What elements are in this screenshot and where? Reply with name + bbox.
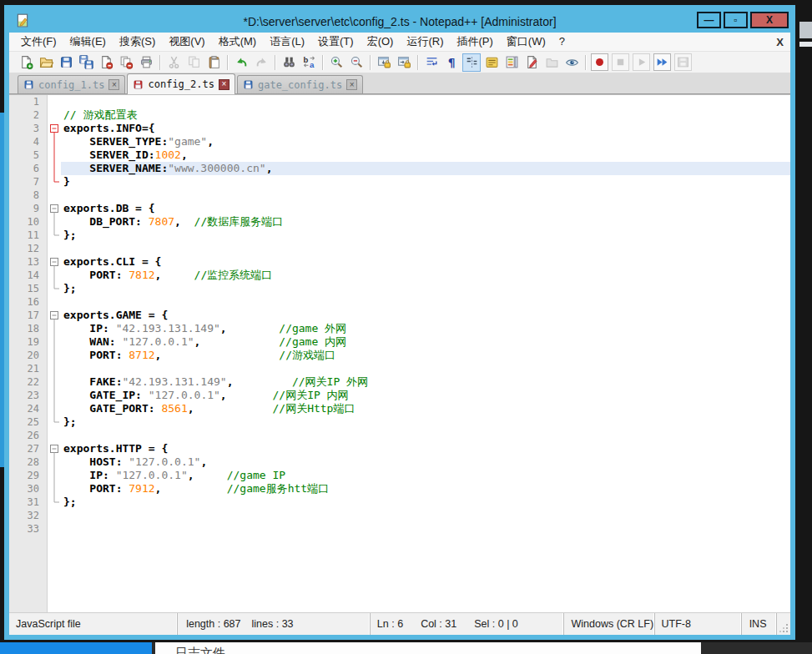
code-line-31[interactable]: }; <box>61 496 790 509</box>
document-monitor-icon[interactable] <box>562 53 581 72</box>
line-number[interactable]: 21 <box>9 362 47 375</box>
new-file-icon[interactable] <box>17 53 35 72</box>
line-number[interactable]: 10 <box>9 215 47 229</box>
status-eol-format[interactable]: Windows (CR LF) <box>563 613 653 635</box>
folder-as-workspace-icon[interactable] <box>542 53 561 72</box>
sync-vertical-icon[interactable] <box>375 53 393 72</box>
line-number[interactable]: 2 <box>9 108 47 122</box>
line-number[interactable]: 14 <box>9 269 47 282</box>
code-line-23[interactable]: GATE_IP: "127.0.0.1", //网关IP 内网 <box>61 389 790 402</box>
code-line-9[interactable]: exports.DB = { <box>61 202 790 215</box>
fold-collapse-icon[interactable] <box>48 442 61 455</box>
code-line-20[interactable]: PORT: 8712, //游戏端口 <box>61 349 790 362</box>
fold-collapse-icon[interactable] <box>48 255 61 269</box>
code-line-15[interactable]: }; <box>61 282 790 295</box>
title-bar[interactable]: *D:\server\server\etc\config_2.ts - Note… <box>9 10 790 33</box>
fold-collapse-icon[interactable] <box>48 309 61 322</box>
document-map-icon[interactable] <box>502 53 521 72</box>
line-number[interactable]: 13 <box>9 255 47 269</box>
line-number[interactable]: 3 <box>9 122 47 135</box>
line-number[interactable]: 28 <box>9 455 47 469</box>
show-all-characters-icon[interactable]: ¶ <box>442 53 461 72</box>
code-line-18[interactable]: IP: "42.193.131.149", //game 外网 <box>61 322 790 335</box>
menu-item[interactable]: 文件(F) <box>14 33 63 51</box>
menu-item[interactable]: 宏(O) <box>361 33 401 51</box>
code-line-21[interactable] <box>61 362 790 375</box>
code-line-4[interactable]: SERVER_TYPE:"game", <box>61 135 790 148</box>
undo-icon[interactable] <box>232 53 250 72</box>
code-line-11[interactable]: }; <box>61 229 790 242</box>
menu-item[interactable]: ? <box>552 33 572 51</box>
line-number[interactable]: 22 <box>9 375 47 389</box>
line-number[interactable]: 11 <box>9 229 47 242</box>
code-line-26[interactable] <box>61 429 790 442</box>
menu-item[interactable]: 编辑(E) <box>63 33 113 51</box>
line-number[interactable]: 8 <box>9 189 47 202</box>
line-number[interactable]: 9 <box>9 202 47 215</box>
line-number[interactable]: 6 <box>9 162 47 175</box>
zoom-in-icon[interactable] <box>327 53 345 72</box>
code-line-28[interactable]: HOST: "127.0.0.1", <box>61 455 790 469</box>
line-number[interactable]: 23 <box>9 389 47 402</box>
paste-icon[interactable] <box>204 53 223 72</box>
fold-margin[interactable] <box>48 95 61 612</box>
code-line-6[interactable]: SERVER_NAME:"www.300000.cn", <box>61 162 790 175</box>
fold-collapse-icon[interactable] <box>48 202 61 215</box>
menu-item[interactable]: 视图(V) <box>162 33 211 51</box>
code-line-25[interactable]: }; <box>61 415 790 429</box>
tab-config_1-ts[interactable]: config_1.ts× <box>18 75 125 93</box>
code-line-30[interactable]: PORT: 7912, //game服务htt端口 <box>61 482 790 496</box>
line-number-gutter[interactable]: 1234567891011121314151617181920212223242… <box>9 95 48 612</box>
line-number[interactable]: 24 <box>9 402 47 415</box>
line-number[interactable]: 27 <box>9 442 47 455</box>
tab-config_2-ts[interactable]: config_2.ts× <box>127 73 235 94</box>
redo-icon[interactable] <box>252 53 270 72</box>
line-number[interactable]: 20 <box>9 349 47 362</box>
code-line-33[interactable] <box>61 522 790 536</box>
menu-close-button[interactable]: X <box>776 36 784 48</box>
line-number[interactable]: 19 <box>9 335 47 349</box>
function-list-icon[interactable] <box>482 53 501 72</box>
cut-icon[interactable] <box>164 53 183 72</box>
line-number[interactable]: 33 <box>9 522 47 536</box>
word-wrap-icon[interactable] <box>422 53 441 72</box>
code-line-19[interactable]: WAN: "127.0.0.1", //game 内网 <box>61 335 790 349</box>
save-file-icon[interactable] <box>57 53 75 72</box>
background-window-log-file[interactable]: 日志文件 <box>155 642 701 654</box>
code-line-2[interactable]: // 游戏配置表 <box>61 108 790 122</box>
status-insert-mode[interactable]: INS <box>741 613 776 635</box>
close-all-icon[interactable] <box>117 53 135 72</box>
fold-collapse-icon[interactable] <box>48 122 61 135</box>
line-number[interactable]: 18 <box>9 322 47 335</box>
replace-icon[interactable]: ba <box>300 53 318 72</box>
minimize-button[interactable]: — <box>697 12 721 28</box>
code-line-24[interactable]: GATE_PORT: 8561, //网关Http端口 <box>61 402 790 415</box>
line-number[interactable]: 12 <box>9 242 47 255</box>
tab-gate_config-ts[interactable]: gate_config.ts× <box>237 75 363 93</box>
code-line-5[interactable]: SERVER_ID:1002, <box>61 148 790 162</box>
sync-horizontal-icon[interactable] <box>395 53 413 72</box>
menu-item[interactable]: 格式(M) <box>212 33 264 51</box>
menu-item[interactable]: 运行(R) <box>400 33 450 51</box>
line-number[interactable]: 7 <box>9 175 47 189</box>
menu-item[interactable]: 插件(P) <box>450 33 499 51</box>
record-macro-icon[interactable] <box>591 53 608 71</box>
code-line-29[interactable]: IP: "127.0.0.1", //game IP <box>61 469 790 482</box>
line-number[interactable]: 32 <box>9 509 47 522</box>
edit-pencil-icon[interactable] <box>522 53 541 72</box>
code-line-13[interactable]: exports.CLI = { <box>61 255 790 269</box>
editor[interactable]: 1234567891011121314151617181920212223242… <box>9 94 790 612</box>
close-file-icon[interactable] <box>97 53 115 72</box>
open-file-icon[interactable] <box>37 53 55 72</box>
zoom-out-icon[interactable] <box>347 53 366 72</box>
resize-grip[interactable] <box>776 613 790 635</box>
indent-guide-icon[interactable] <box>462 53 481 72</box>
code-line-7[interactable]: } <box>61 175 790 189</box>
tab-close-icon[interactable]: × <box>346 79 357 90</box>
code-line-32[interactable] <box>61 509 790 522</box>
code-line-16[interactable] <box>61 295 790 309</box>
print-icon[interactable] <box>137 53 155 72</box>
menu-item[interactable]: 窗口(W) <box>500 33 552 51</box>
line-number[interactable]: 16 <box>9 295 47 309</box>
stop-macro-icon[interactable] <box>612 53 629 71</box>
